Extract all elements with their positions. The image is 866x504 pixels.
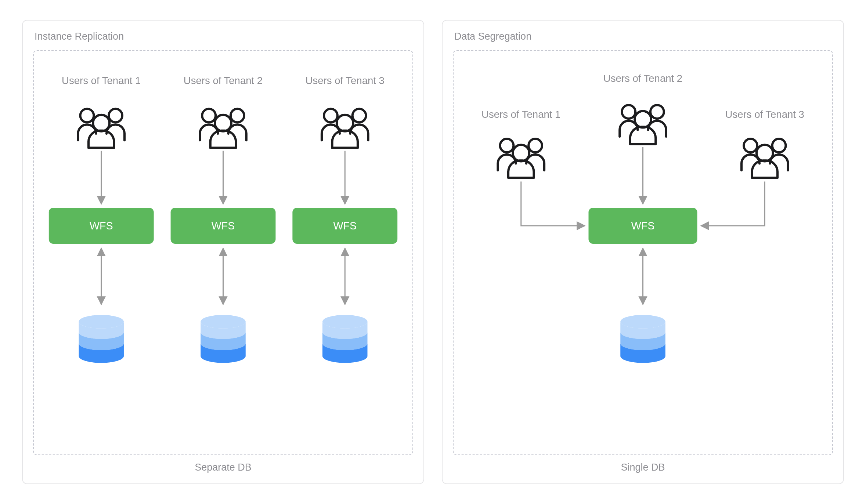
wfs-label: WFS — [631, 220, 655, 232]
panel-instance-replication: Instance Replication — [22, 20, 424, 484]
database-icon — [201, 315, 245, 363]
panel-subtitle-right: Single DB — [453, 462, 833, 473]
wfs-label-1: WFS — [90, 220, 113, 232]
tenant-label-2: Users of Tenant 2 — [184, 75, 263, 86]
tenant-label-1: Users of Tenant 1 — [62, 75, 141, 86]
tenant-col-2: Users of Tenant 2 WFS — [171, 75, 276, 363]
arrow-elbow-right-icon — [701, 182, 765, 226]
tenant-label-3: Users of Tenant 3 — [306, 75, 385, 86]
database-icon — [322, 315, 367, 363]
diagram-right: Users of Tenant 2 Users of Tenant 1 User… — [454, 51, 832, 454]
tenant-col-3: Users of Tenant 3 WFS — [292, 75, 397, 363]
tenant-col-1: Users of Tenant 1 WFS — [49, 75, 154, 363]
tenant-label-3-r: Users of Tenant 3 — [725, 109, 804, 120]
tenant-label-1-r: Users of Tenant 1 — [481, 109, 560, 120]
panel-data-segregation: Data Segregation Users of Tenant 2 Users… — [442, 20, 844, 484]
wfs-label-2: WFS — [212, 220, 235, 232]
database-icon — [620, 315, 665, 363]
panel-subtitle-left: Separate DB — [33, 462, 413, 473]
tenant-label-2-r: Users of Tenant 2 — [603, 73, 682, 84]
database-icon — [79, 315, 123, 363]
users-icon — [200, 109, 246, 148]
users-icon — [78, 109, 125, 148]
users-icon — [498, 139, 544, 178]
wfs-label-3: WFS — [333, 220, 357, 232]
users-icon — [620, 105, 666, 144]
inner-frame-right: Users of Tenant 2 Users of Tenant 1 User… — [453, 50, 833, 455]
users-icon — [741, 139, 788, 178]
diagram-left: Users of Tenant 1 WFS Users of Tenant 2 … — [34, 51, 412, 454]
panel-title-right: Data Segregation — [454, 31, 833, 42]
panel-title-left: Instance Replication — [35, 31, 413, 42]
inner-frame-left: Users of Tenant 1 WFS Users of Tenant 2 … — [33, 50, 413, 455]
users-icon — [322, 109, 368, 148]
arrow-elbow-left-icon — [521, 182, 585, 226]
